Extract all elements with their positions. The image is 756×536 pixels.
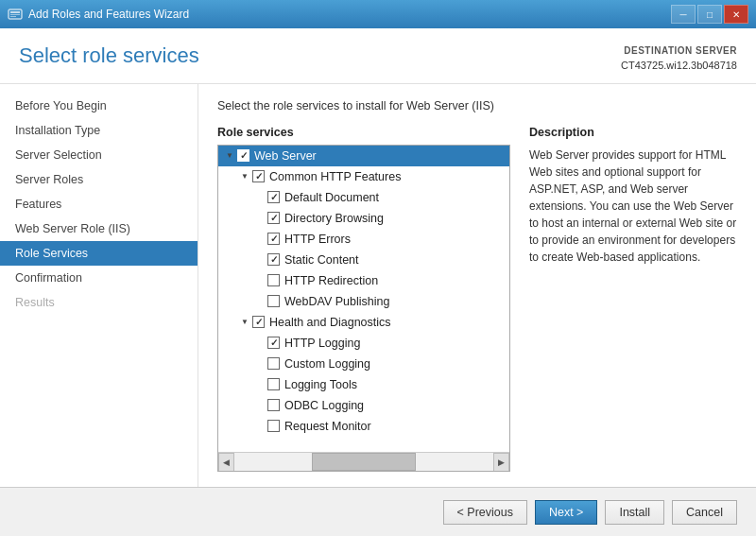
tree-item-odbc-logging[interactable]: ODBC Logging bbox=[218, 395, 509, 416]
expander-web-server[interactable] bbox=[222, 148, 237, 164]
expander-custom-logging bbox=[252, 356, 267, 372]
page-header: Select role services DESTINATION SERVER … bbox=[0, 28, 756, 84]
tree-item-label-odbc-logging: ODBC Logging bbox=[284, 399, 364, 412]
restore-button[interactable]: □ bbox=[697, 5, 722, 24]
window-controls: ─ □ ✕ bbox=[671, 5, 748, 24]
checkbox-logging-tools[interactable] bbox=[267, 378, 280, 390]
sidebar-item-features[interactable]: Features bbox=[0, 192, 198, 216]
tree-item-http-logging[interactable]: HTTP Logging bbox=[218, 333, 509, 354]
tree-item-http-redirection[interactable]: HTTP Redirection bbox=[218, 270, 509, 291]
tree-item-label-directory-browsing: Directory Browsing bbox=[284, 212, 384, 225]
checkbox-http-logging[interactable] bbox=[267, 337, 280, 349]
tree-item-label-request-monitor: Request Monitor bbox=[284, 420, 371, 433]
tree-item-label-default-document: Default Document bbox=[284, 191, 379, 204]
sidebar-item-results: Results bbox=[0, 290, 198, 315]
hscroll-thumb[interactable] bbox=[312, 453, 416, 471]
title-bar: Add Roles and Features Wizard ─ □ ✕ bbox=[0, 0, 756, 28]
checkbox-common-http[interactable] bbox=[252, 170, 265, 182]
expander-odbc-logging bbox=[252, 398, 267, 413]
sidebar-item-confirmation[interactable]: Confirmation bbox=[0, 266, 198, 290]
destination-server-info: DESTINATION SERVER CT43725.wi12.3b048718 bbox=[621, 43, 737, 74]
role-services-header: Role services bbox=[217, 126, 510, 139]
tree-item-webdav-publishing[interactable]: WebDAV Publishing bbox=[218, 291, 509, 312]
tree-item-request-monitor[interactable]: Request Monitor bbox=[218, 416, 509, 437]
main-panel: Select the role services to install for … bbox=[198, 84, 756, 488]
window-title: Add Roles and Features Wizard bbox=[28, 8, 189, 21]
tree-item-http-errors[interactable]: HTTP Errors bbox=[218, 229, 509, 250]
tree-item-label-http-logging: HTTP Logging bbox=[284, 337, 360, 350]
hscroll-right-btn[interactable]: ▶ bbox=[493, 453, 509, 472]
checkbox-request-monitor[interactable] bbox=[267, 420, 280, 432]
checkbox-http-redirection[interactable] bbox=[267, 274, 280, 286]
checkbox-http-errors[interactable] bbox=[267, 233, 280, 245]
title-bar-left: Add Roles and Features Wizard bbox=[8, 7, 189, 22]
tree-item-custom-logging[interactable]: Custom Logging bbox=[218, 354, 509, 374]
expander-logging-tools bbox=[252, 377, 267, 392]
sidebar-item-server-selection[interactable]: Server Selection bbox=[0, 143, 198, 167]
svg-rect-1 bbox=[10, 11, 20, 13]
tree-item-default-document[interactable]: Default Document bbox=[218, 187, 509, 208]
tree-item-label-common-http: Common HTTP Features bbox=[269, 170, 401, 183]
footer: < Previous Next > Install Cancel bbox=[0, 487, 756, 536]
expander-common-http[interactable] bbox=[237, 169, 252, 184]
expander-webdav-publishing bbox=[252, 294, 267, 309]
expander-static-content bbox=[252, 252, 267, 268]
sidebar-item-before-you-begin[interactable]: Before You Begin bbox=[0, 94, 198, 118]
tree-item-label-custom-logging: Custom Logging bbox=[284, 357, 370, 371]
tree-scroll[interactable]: Web ServerCommon HTTP FeaturesDefault Do… bbox=[218, 146, 509, 453]
tree-panel: Role services Web ServerCommon HTTP Feat… bbox=[217, 126, 510, 473]
expander-http-errors bbox=[252, 232, 267, 247]
tree-item-label-webdav-publishing: WebDAV Publishing bbox=[284, 295, 389, 308]
expander-health-diagnostics[interactable] bbox=[237, 315, 252, 330]
svg-rect-2 bbox=[10, 14, 20, 15]
next-button[interactable]: Next > bbox=[535, 500, 597, 525]
tree-item-label-http-errors: HTTP Errors bbox=[284, 233, 351, 246]
role-services-container: Role services Web ServerCommon HTTP Feat… bbox=[217, 126, 737, 473]
hscroll-left-btn[interactable]: ◀ bbox=[218, 453, 234, 472]
tree-item-logging-tools[interactable]: Logging Tools bbox=[218, 374, 509, 395]
tree-item-label-logging-tools: Logging Tools bbox=[284, 378, 357, 391]
expander-directory-browsing bbox=[252, 211, 267, 226]
hscroll-track[interactable] bbox=[234, 453, 493, 471]
sidebar-item-web-server-role[interactable]: Web Server Role (IIS) bbox=[0, 216, 198, 241]
tree-item-health-diagnostics[interactable]: Health and Diagnostics bbox=[218, 312, 509, 333]
tree-item-label-http-redirection: HTTP Redirection bbox=[284, 274, 378, 287]
checkbox-web-server[interactable] bbox=[237, 149, 249, 162]
checkbox-health-diagnostics[interactable] bbox=[252, 316, 265, 328]
tree-item-common-http[interactable]: Common HTTP Features bbox=[218, 166, 509, 187]
sidebar-item-role-services[interactable]: Role Services bbox=[0, 241, 198, 266]
tree-item-label-health-diagnostics: Health and Diagnostics bbox=[269, 316, 391, 329]
checkbox-odbc-logging[interactable] bbox=[267, 399, 280, 411]
server-manager-icon bbox=[8, 7, 23, 22]
expander-request-monitor bbox=[252, 419, 267, 434]
minimize-button[interactable]: ─ bbox=[671, 5, 696, 24]
checkbox-static-content[interactable] bbox=[267, 253, 280, 266]
page-title: Select role services bbox=[19, 43, 199, 68]
expander-http-redirection bbox=[252, 273, 267, 288]
previous-button[interactable]: < Previous bbox=[443, 500, 527, 525]
content-area: Before You BeginInstallation TypeServer … bbox=[0, 84, 756, 488]
destination-label: DESTINATION SERVER bbox=[621, 43, 737, 58]
checkbox-custom-logging[interactable] bbox=[267, 357, 280, 370]
description-text: Web Server provides support for HTML Web… bbox=[529, 147, 737, 266]
expander-default-document bbox=[252, 190, 267, 205]
cancel-button[interactable]: Cancel bbox=[672, 500, 737, 525]
sidebar-item-server-roles[interactable]: Server Roles bbox=[0, 167, 198, 192]
tree-item-directory-browsing[interactable]: Directory Browsing bbox=[218, 208, 509, 229]
description-header: Description bbox=[529, 126, 737, 139]
tree-container: Web ServerCommon HTTP FeaturesDefault Do… bbox=[217, 145, 510, 473]
tree-item-label-web-server: Web Server bbox=[254, 149, 317, 163]
tree-item-web-server[interactable]: Web Server bbox=[218, 146, 509, 166]
server-name: CT43725.wi12.3b048718 bbox=[621, 58, 737, 74]
horizontal-scrollbar[interactable]: ◀ ▶ bbox=[218, 452, 509, 471]
close-button[interactable]: ✕ bbox=[724, 5, 748, 24]
sidebar-item-installation-type[interactable]: Installation Type bbox=[0, 118, 198, 143]
sidebar: Before You BeginInstallation TypeServer … bbox=[0, 84, 198, 488]
checkbox-default-document[interactable] bbox=[267, 191, 280, 203]
install-button[interactable]: Install bbox=[605, 500, 664, 525]
description-panel: Description Web Server provides support … bbox=[529, 126, 737, 473]
svg-rect-3 bbox=[10, 16, 16, 17]
checkbox-webdav-publishing[interactable] bbox=[267, 295, 280, 307]
tree-item-static-content[interactable]: Static Content bbox=[218, 250, 509, 270]
checkbox-directory-browsing[interactable] bbox=[267, 212, 280, 224]
